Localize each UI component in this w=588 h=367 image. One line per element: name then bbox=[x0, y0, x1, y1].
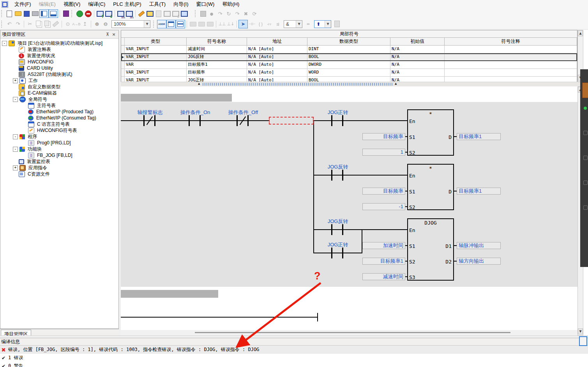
find-icon[interactable]: ⊙ bbox=[64, 20, 72, 28]
tree-item-hwconfig[interactable]: HWCONFIG bbox=[0, 59, 118, 65]
chevron-down-icon[interactable]: ▼ bbox=[296, 21, 302, 28]
stop-icon[interactable] bbox=[84, 9, 92, 18]
ladder-hscrollbar[interactable] bbox=[121, 330, 577, 335]
network2-rail-end[interactable] bbox=[317, 313, 318, 321]
contact-nc[interactable] bbox=[247, 115, 249, 126]
network-view-toggle-icon[interactable] bbox=[176, 20, 185, 28]
chevron-down-icon[interactable]: ▼ bbox=[144, 21, 150, 28]
tree-item-plc-module[interactable]: AS228T (功能块测试) bbox=[0, 71, 118, 77]
comment-mode-icon[interactable] bbox=[163, 9, 171, 18]
online-edit-icon[interactable] bbox=[146, 9, 154, 18]
selection-cursor-box[interactable] bbox=[269, 117, 314, 125]
function-block-djog[interactable]: DJOG En S1 S2 S3 D1 D2 bbox=[407, 218, 454, 281]
contact-no[interactable] bbox=[200, 115, 201, 126]
contact-label[interactable]: JOG反转 bbox=[314, 163, 361, 170]
menu-view[interactable]: 视图(V) bbox=[60, 0, 84, 9]
zoom-level-combo[interactable]: 100% ▼ bbox=[111, 20, 150, 28]
close-icon[interactable]: × bbox=[111, 32, 117, 37]
goto-icon[interactable]: ↥ bbox=[81, 20, 89, 28]
pin-icon[interactable]: ⊼ bbox=[104, 32, 111, 37]
ladder-editor[interactable]: 轴报警标志 操作条件_On 操作条件_Off JOG正转 JOG反转 JOG反转… bbox=[121, 86, 577, 335]
edit-pen-icon[interactable] bbox=[137, 9, 146, 18]
simulator-icon[interactable] bbox=[199, 9, 207, 18]
menu-edit[interactable]: 编辑(E) bbox=[35, 0, 60, 9]
operand-output[interactable]: 目标频率1 bbox=[457, 188, 501, 195]
record-icon[interactable]: ● bbox=[207, 9, 216, 18]
help-book-icon[interactable] bbox=[62, 9, 70, 18]
col-comment[interactable]: 符号注释 bbox=[445, 38, 577, 45]
tree-item-prog0[interactable]: [] Prog0 [PRG,LD] bbox=[0, 140, 118, 146]
toolbar-grip[interactable] bbox=[195, 10, 198, 17]
tree-item-ethernet-consumed[interactable]: EtherNet/IP (Consumed Tag) bbox=[0, 115, 118, 121]
menu-tools[interactable]: 工具(T) bbox=[145, 0, 170, 9]
contact-no[interactable] bbox=[342, 170, 343, 181]
upload-from-plc-icon[interactable]: ↓ bbox=[104, 9, 113, 18]
compile-warning-count[interactable]: ✔ 0 警告 bbox=[0, 362, 588, 367]
cut-icon[interactable]: ✂ bbox=[26, 20, 34, 28]
addr-toggle-icon[interactable]: ADDR bbox=[157, 20, 166, 28]
zoom-in-icon[interactable]: ⊕ bbox=[93, 20, 101, 28]
scroll-up-icon[interactable]: ▲ bbox=[578, 30, 583, 36]
run-icon[interactable] bbox=[75, 9, 84, 18]
contact-no[interactable] bbox=[331, 224, 332, 235]
offline-edit-icon[interactable] bbox=[154, 9, 163, 18]
logic-gate-combo[interactable]: & ▼ bbox=[284, 20, 302, 28]
deactivate-network-icon[interactable] bbox=[197, 20, 206, 28]
contact-label[interactable]: 操作条件_Off bbox=[220, 109, 267, 116]
contact-no[interactable] bbox=[331, 115, 332, 126]
contact-label[interactable]: JOG反转 bbox=[314, 218, 361, 225]
tree-item-c-symbol-table[interactable]: C 语言主符号表 bbox=[0, 121, 118, 127]
coil-up-tool-combo[interactable]: ⬆ ▼ bbox=[314, 20, 331, 28]
operand-input[interactable]: 加速时间 bbox=[362, 242, 405, 249]
tree-item-hwconfig-symbol-table[interactable]: HWCONFIG符号表 bbox=[0, 127, 118, 133]
operand-input[interactable]: 减速时间 bbox=[362, 273, 405, 280]
print-icon[interactable] bbox=[31, 9, 39, 18]
symbol-view-toggle-icon[interactable] bbox=[166, 20, 176, 28]
symbol-row[interactable]: VAR 目标频率1 N/A [Auto] DWORD N/A bbox=[121, 61, 577, 69]
contact-no[interactable] bbox=[331, 248, 332, 258]
view-output-toggle-icon[interactable] bbox=[49, 9, 58, 18]
chevron-down-icon[interactable]: ▼ bbox=[325, 21, 331, 28]
function-block-multiply-2[interactable]: * En S1 S2 D bbox=[407, 164, 454, 210]
toolbar-grip[interactable] bbox=[1, 21, 4, 28]
rung-down-icon[interactable]: ⊥↓ bbox=[226, 20, 235, 28]
symbol-row[interactable]: VAR_INPUT 目标频率 N/A [Auto] WORD N/A bbox=[121, 69, 577, 77]
disconnect-icon[interactable]: ✖ bbox=[242, 9, 250, 18]
undo-icon[interactable]: ↶ bbox=[5, 20, 14, 28]
contact-nc[interactable] bbox=[154, 115, 155, 126]
tree-item-main-symbol-table[interactable]: 主符号表 bbox=[0, 102, 118, 109]
symbol-row[interactable]: VAR_INPUT 减速时间 N/A [Auto] DINT N/A bbox=[121, 46, 577, 53]
toolbar-grip[interactable] bbox=[153, 21, 156, 28]
menu-help[interactable]: 帮助(H) bbox=[218, 0, 243, 9]
device-monitor-icon[interactable]: 101 bbox=[117, 9, 125, 18]
function-block-multiply-1[interactable]: * En S1 S2 D bbox=[407, 109, 454, 156]
contact-no[interactable] bbox=[189, 115, 190, 126]
parallel-contact-tool-icon[interactable]: { } bbox=[256, 20, 265, 28]
contact-tool-icon[interactable]: ⊣⊢ bbox=[248, 20, 256, 28]
transfer-gray-icon[interactable]: ↓ bbox=[171, 9, 180, 18]
operand-input[interactable]: 目标频率 bbox=[362, 188, 405, 195]
tree-item-function-blocks[interactable]: - 功能块 bbox=[0, 146, 118, 152]
insert-network-below-icon[interactable]: ⊥⊥ bbox=[218, 20, 226, 28]
operand-output[interactable]: 轴脉冲输出 bbox=[457, 242, 501, 249]
contact-no[interactable] bbox=[342, 248, 343, 258]
operand-input[interactable]: 目标频率1 bbox=[362, 258, 405, 265]
splitter-collapse-icon[interactable]: ▲ bbox=[395, 82, 397, 85]
tree-item-card-utility[interactable]: CARD Utility bbox=[0, 65, 118, 71]
device-monitor-2-icon[interactable]: 101 bbox=[125, 9, 134, 18]
splitter-collapse-icon[interactable]: ▲ bbox=[198, 82, 200, 85]
tree-item-device-comment[interactable]: 装置注释表 bbox=[0, 46, 118, 53]
compile-error-count[interactable]: ✔ 1 错误 bbox=[0, 354, 588, 362]
network2-comment-bar[interactable] bbox=[121, 290, 218, 298]
col-address[interactable]: 地址 bbox=[247, 38, 307, 45]
scroll-down-icon[interactable]: ▼ bbox=[578, 328, 583, 334]
rotate-out-icon[interactable]: ↻ bbox=[224, 9, 233, 18]
tree-item-project[interactable]: - 项目 [E:\台达\功能块测试\功能块测试.isp] bbox=[0, 40, 118, 46]
open-file-icon[interactable] bbox=[14, 9, 22, 18]
tree-item-ecam-editor[interactable]: E-CAM编辑器 bbox=[0, 90, 118, 96]
contact-no[interactable] bbox=[342, 224, 343, 235]
coil-tool-icon[interactable] bbox=[333, 20, 341, 28]
rotate-up-icon[interactable]: ↷ bbox=[233, 9, 242, 18]
redo-icon[interactable]: ↷ bbox=[14, 20, 22, 28]
compile-error-line[interactable]: ✖ 错误, 位置 [FB_JOG, 区段编号 : 1], 错误代码 : 1003… bbox=[0, 346, 588, 354]
